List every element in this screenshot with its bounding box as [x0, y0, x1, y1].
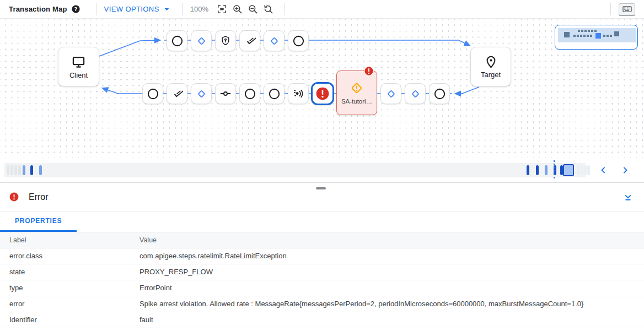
step-signal-icon	[292, 88, 304, 100]
transaction-tick[interactable]	[577, 165, 580, 175]
target-node[interactable]: Target	[470, 47, 511, 86]
timeline-cursor[interactable]	[554, 160, 555, 180]
minimap-node	[564, 32, 570, 37]
panel-tabs: PROPERTIES	[0, 211, 644, 232]
transaction-tick[interactable]	[7, 165, 9, 175]
step-shield-icon	[220, 35, 231, 46]
transaction-tick[interactable]	[545, 165, 548, 175]
step-diamond[interactable]	[380, 83, 401, 104]
step-signal[interactable]	[288, 83, 309, 104]
client-node[interactable]: Client	[58, 47, 99, 86]
minimap-active-node	[595, 33, 601, 39]
step-circle[interactable]	[264, 83, 285, 104]
keyboard-shortcuts-button[interactable]	[619, 3, 635, 15]
transaction-tick[interactable]	[18, 165, 21, 175]
step-circle-icon	[147, 88, 159, 100]
keyboard-icon	[622, 4, 632, 14]
minimap-node	[603, 35, 605, 37]
minimap-node	[588, 30, 590, 32]
transaction-tick[interactable]	[10, 165, 13, 175]
step-diamond[interactable]	[191, 30, 212, 51]
transaction-tick[interactable]	[527, 165, 529, 175]
next-transaction-button[interactable]	[618, 162, 633, 178]
step-double-check[interactable]	[239, 30, 260, 51]
error-policy-node[interactable]: SA-tutori…	[336, 70, 377, 115]
zoom-level: 100%	[190, 5, 208, 13]
step-diamond-icon	[269, 35, 280, 47]
svg-text:?: ?	[74, 6, 77, 12]
view-options-button[interactable]: VIEW OPTIONS	[104, 4, 172, 14]
transaction-tick[interactable]	[536, 165, 539, 175]
step-circle[interactable]	[239, 83, 260, 104]
divider	[610, 3, 611, 15]
minimap-node	[591, 30, 593, 32]
transaction-tick[interactable]	[23, 165, 25, 175]
property-value: fault	[130, 312, 644, 328]
panel-drag-handle[interactable]	[316, 187, 326, 189]
minimap-node	[573, 35, 576, 37]
minimap-node	[594, 30, 597, 32]
caret-down-icon	[162, 4, 172, 14]
minimap-node	[578, 30, 580, 32]
target-label: Target	[481, 70, 501, 79]
collapse-icon	[622, 192, 634, 203]
chevron-right-icon	[620, 165, 631, 176]
transaction-tick[interactable]	[14, 165, 17, 175]
collapse-panel-button[interactable]	[621, 191, 635, 205]
property-label: type	[0, 280, 130, 296]
page-title: Transaction Map	[9, 5, 67, 13]
step-diamond[interactable]	[191, 83, 212, 104]
step-diamond[interactable]	[264, 30, 285, 51]
step-diamond[interactable]	[405, 83, 426, 104]
column-header-label: Label	[0, 232, 130, 248]
transaction-tick[interactable]	[30, 165, 33, 175]
zoom-in-button[interactable]	[230, 2, 245, 17]
zoom-out-button[interactable]	[246, 2, 260, 17]
previous-transaction-button[interactable]	[595, 162, 611, 178]
minimap-viewport	[558, 28, 636, 42]
table-row: error.classcom.apigee.steps.ratelimit.Ra…	[0, 248, 644, 264]
timeline-track[interactable]	[4, 163, 586, 177]
step-diamond-icon	[385, 88, 397, 100]
error-policy-label: SA-tutori…	[341, 98, 372, 105]
step-shield[interactable]	[215, 30, 236, 51]
tab-properties[interactable]: PROPERTIES	[0, 211, 77, 232]
property-value: com.apigee.steps.ratelimit.RateLimitExce…	[130, 248, 644, 264]
property-label: state	[0, 264, 130, 280]
step-commit[interactable]	[215, 83, 236, 104]
minimap[interactable]	[555, 25, 638, 50]
step-circle[interactable]	[429, 83, 450, 104]
map-pin-icon	[484, 55, 498, 69]
minimap-node	[577, 35, 579, 37]
fit-to-screen-button[interactable]	[215, 2, 229, 17]
minimap-node	[583, 35, 586, 37]
transaction-map-canvas[interactable]: Client Target SA-tutori…	[0, 19, 644, 158]
timeline-selection[interactable]	[563, 164, 574, 176]
fit-screen-icon	[217, 4, 227, 14]
table-row: errorSpike arrest violation. Allowed rat…	[0, 296, 644, 312]
property-label: error	[0, 296, 130, 312]
divider	[182, 3, 183, 15]
step-circle-icon	[292, 35, 305, 47]
property-value: PROXY_RESP_FLOW	[130, 264, 644, 280]
transaction-tick[interactable]	[581, 165, 583, 175]
step-circle[interactable]	[167, 30, 187, 51]
properties-table: Label Value error.classcom.apigee.steps.…	[0, 232, 644, 328]
reset-zoom-button[interactable]	[261, 2, 276, 17]
transaction-tick[interactable]	[584, 165, 587, 175]
step-circle-icon	[171, 35, 184, 47]
help-icon[interactable]: ?	[71, 4, 80, 14]
error-icon	[9, 192, 19, 202]
minimap-node	[607, 35, 609, 37]
step-circle[interactable]	[288, 30, 309, 51]
step-circle[interactable]	[142, 83, 163, 104]
property-label: error.class	[0, 248, 130, 264]
step-double-check[interactable]	[167, 83, 187, 104]
transaction-tick[interactable]	[587, 165, 590, 175]
step-error-icon	[315, 86, 330, 101]
step-error-selected[interactable]	[311, 82, 334, 105]
table-row: typeErrorPoint	[0, 280, 644, 296]
divider	[285, 3, 285, 15]
client-label: Client	[69, 71, 88, 79]
transaction-tick[interactable]	[39, 165, 42, 175]
